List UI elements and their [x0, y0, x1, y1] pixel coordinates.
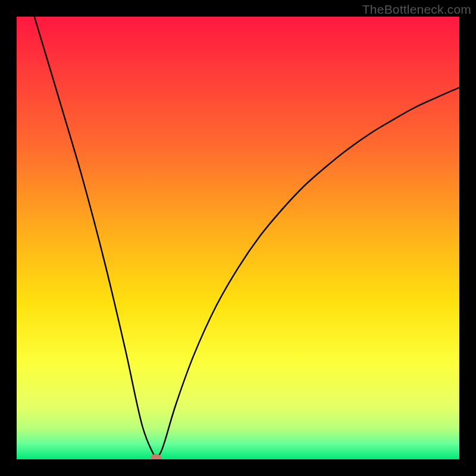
chart-frame: TheBottleneck.com	[0, 0, 476, 476]
watermark-text: TheBottleneck.com	[362, 2, 471, 17]
plot-area	[17, 17, 459, 459]
gradient-background	[17, 17, 459, 459]
bottleneck-chart	[17, 17, 459, 459]
